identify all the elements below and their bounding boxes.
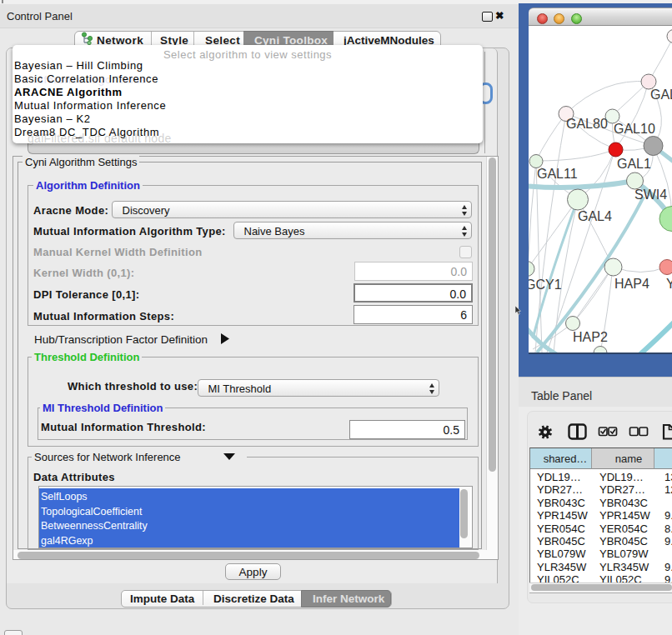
svg-text:HAP2: HAP2 — [573, 330, 608, 344]
svg-text:GAL11: GAL11 — [537, 167, 578, 181]
svg-text:Y: Y — [666, 277, 672, 291]
svg-text:GAL80: GAL80 — [566, 117, 608, 131]
svg-text:GAL2: GAL2 — [650, 88, 672, 102]
svg-text:GAL1: GAL1 — [617, 157, 651, 171]
svg-text:GCY1: GCY1 — [529, 278, 562, 292]
svg-text:HAP4: HAP4 — [614, 277, 649, 291]
svg-text:GAL10: GAL10 — [614, 122, 655, 136]
svg-text:SWI4: SWI4 — [634, 188, 667, 202]
svg-text:GAL4: GAL4 — [578, 209, 612, 223]
